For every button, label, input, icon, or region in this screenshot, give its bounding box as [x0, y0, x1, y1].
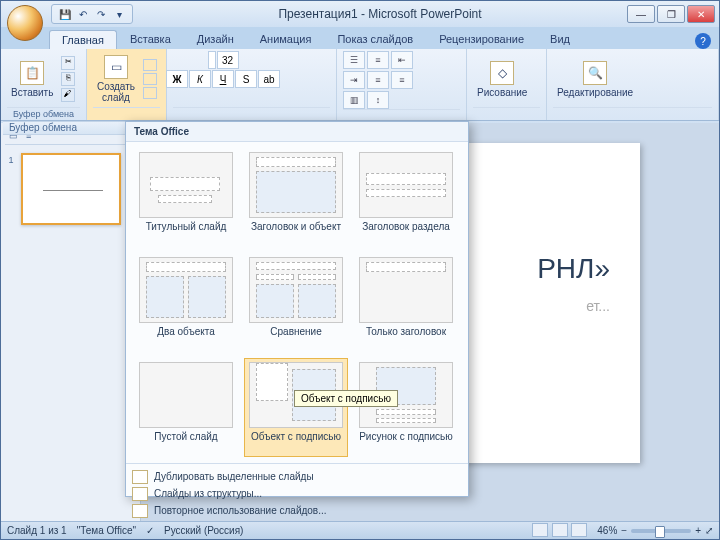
- new-slide-label: Создать слайд: [97, 81, 135, 103]
- bullets-icon[interactable]: ☰: [343, 51, 365, 69]
- tooltip: Объект с подписью: [294, 390, 398, 407]
- window-title: Презентация1 - Microsoft PowerPoint: [133, 7, 627, 21]
- redo-icon[interactable]: ↷: [94, 7, 108, 21]
- gallery-footer: Дублировать выделенные слайды Слайды из …: [126, 463, 468, 523]
- slideshow-view-icon[interactable]: [571, 523, 587, 537]
- office-button[interactable]: [7, 5, 43, 41]
- strike-button[interactable]: ab: [258, 70, 280, 88]
- drawing-label: Рисование: [477, 87, 527, 98]
- slide-thumbnail-1[interactable]: [21, 153, 121, 225]
- slides-from-outline-item[interactable]: Слайды из структуры...: [126, 485, 468, 502]
- tab-insert[interactable]: Вставка: [117, 29, 184, 49]
- text-direction-icon[interactable]: ↕: [367, 91, 389, 109]
- clipboard-icon: 📋: [20, 61, 44, 85]
- layout-item-two-content[interactable]: Два объекта: [134, 253, 238, 352]
- format-painter-icon[interactable]: 🖌: [61, 88, 75, 102]
- clipboard-group-label: Буфер обмена: [7, 107, 80, 120]
- slides-panel: ▭ ≡: [1, 123, 141, 521]
- slide-title-fragment: РНЛ»: [537, 253, 610, 285]
- layout-item-comparison[interactable]: Сравнение: [244, 253, 348, 352]
- view-buttons: [531, 523, 588, 539]
- window-controls: — ❐ ✕: [627, 5, 715, 23]
- minimize-button[interactable]: —: [627, 5, 655, 23]
- numbering-icon[interactable]: ≡: [367, 51, 389, 69]
- reset-icon[interactable]: [143, 73, 157, 85]
- font-size-field[interactable]: 32: [217, 51, 239, 69]
- delete-icon[interactable]: [143, 87, 157, 99]
- zoom-level[interactable]: 46%: [597, 525, 617, 536]
- duplicate-slides-item[interactable]: Дублировать выделенные слайды: [126, 468, 468, 485]
- slide-subtitle-fragment: ет...: [586, 298, 610, 314]
- tab-review[interactable]: Рецензирование: [426, 29, 537, 49]
- paste-label: Вставить: [11, 87, 53, 98]
- close-button[interactable]: ✕: [687, 5, 715, 23]
- normal-view-icon[interactable]: [532, 523, 548, 537]
- fit-window-icon[interactable]: ⤢: [705, 525, 713, 536]
- layout-gallery: Тема Office Титульный слайд Заголовок и …: [125, 121, 469, 497]
- find-icon: 🔍: [583, 61, 607, 85]
- layout-item-title-only[interactable]: Только заголовок: [354, 253, 458, 352]
- tab-design[interactable]: Дизайн: [184, 29, 247, 49]
- shadow-button[interactable]: S: [235, 70, 257, 88]
- copy-icon[interactable]: ⎘: [61, 72, 75, 86]
- font-family-field[interactable]: [208, 51, 216, 69]
- spellcheck-icon[interactable]: ✓: [146, 525, 154, 536]
- editing-label: Редактирование: [557, 87, 633, 98]
- gallery-grid: Титульный слайд Заголовок и объект Загол…: [126, 142, 468, 463]
- zoom-in-icon[interactable]: +: [695, 525, 701, 536]
- layout-item-picture-caption[interactable]: Рисунок с подписью: [354, 358, 458, 457]
- cut-icon[interactable]: ✂: [61, 56, 75, 70]
- underline-button[interactable]: Ч: [212, 70, 234, 88]
- quick-access-toolbar: 💾 ↶ ↷ ▾: [51, 4, 133, 24]
- indent-inc-icon[interactable]: ⇥: [343, 71, 365, 89]
- italic-button[interactable]: К: [189, 70, 211, 88]
- zoom-controls: 46% − + ⤢: [597, 525, 713, 536]
- indent-dec-icon[interactable]: ⇤: [391, 51, 413, 69]
- align-left-icon[interactable]: ≡: [367, 71, 389, 89]
- status-bar: Слайд 1 из 1 "Тема Office" ✓ Русский (Ро…: [1, 521, 719, 539]
- paragraph-group: ☰ ≡ ⇤ ⇥ ≡ ≡ ▥ ↕: [343, 51, 423, 109]
- layout-item-blank[interactable]: Пустой слайд: [134, 358, 238, 457]
- save-icon[interactable]: 💾: [58, 7, 72, 21]
- status-slide-info: Слайд 1 из 1: [7, 525, 67, 536]
- help-icon[interactable]: ?: [695, 33, 711, 49]
- gallery-header: Тема Office: [126, 122, 468, 142]
- tab-animations[interactable]: Анимация: [247, 29, 325, 49]
- layout-icon[interactable]: [143, 59, 157, 71]
- maximize-button[interactable]: ❐: [657, 5, 685, 23]
- bold-button[interactable]: Ж: [166, 70, 188, 88]
- layout-item-content-caption[interactable]: Объект с подписью: [244, 358, 348, 457]
- drawing-button[interactable]: ◇ Рисование: [473, 59, 531, 100]
- new-slide-icon: ▭: [104, 55, 128, 79]
- ribbon: 📋 Вставить ✂ ⎘ 🖌 Буфер обмена ▭ Создать …: [1, 49, 719, 121]
- zoom-out-icon[interactable]: −: [621, 525, 627, 536]
- layout-item-section-header[interactable]: Заголовок раздела: [354, 148, 458, 247]
- layout-item-title-slide[interactable]: Титульный слайд: [134, 148, 238, 247]
- reuse-slides-item[interactable]: Повторное использование слайдов...: [126, 502, 468, 519]
- tab-view[interactable]: Вид: [537, 29, 583, 49]
- shapes-icon: ◇: [490, 61, 514, 85]
- qat-dropdown-icon[interactable]: ▾: [112, 7, 126, 21]
- zoom-slider[interactable]: [631, 529, 691, 533]
- align-center-icon[interactable]: ≡: [391, 71, 413, 89]
- titlebar: 💾 ↶ ↷ ▾ Презентация1 - Microsoft PowerPo…: [1, 1, 719, 27]
- tab-slideshow[interactable]: Показ слайдов: [324, 29, 426, 49]
- columns-icon[interactable]: ▥: [343, 91, 365, 109]
- editing-button[interactable]: 🔍 Редактирование: [553, 59, 637, 100]
- ribbon-tabs: Главная Вставка Дизайн Анимация Показ сл…: [1, 27, 719, 49]
- window: 💾 ↶ ↷ ▾ Презентация1 - Microsoft PowerPo…: [0, 0, 720, 540]
- tab-home[interactable]: Главная: [49, 30, 117, 49]
- sorter-view-icon[interactable]: [552, 523, 568, 537]
- paste-button[interactable]: 📋 Вставить: [7, 59, 57, 100]
- duplicate-icon: [132, 470, 148, 484]
- status-theme: "Тема Office": [77, 525, 136, 536]
- new-slide-button[interactable]: ▭ Создать слайд: [93, 53, 139, 105]
- outline-icon: [132, 487, 148, 501]
- undo-icon[interactable]: ↶: [76, 7, 90, 21]
- layout-item-title-content[interactable]: Заголовок и объект: [244, 148, 348, 247]
- reuse-icon: [132, 504, 148, 518]
- status-language[interactable]: Русский (Россия): [164, 525, 243, 536]
